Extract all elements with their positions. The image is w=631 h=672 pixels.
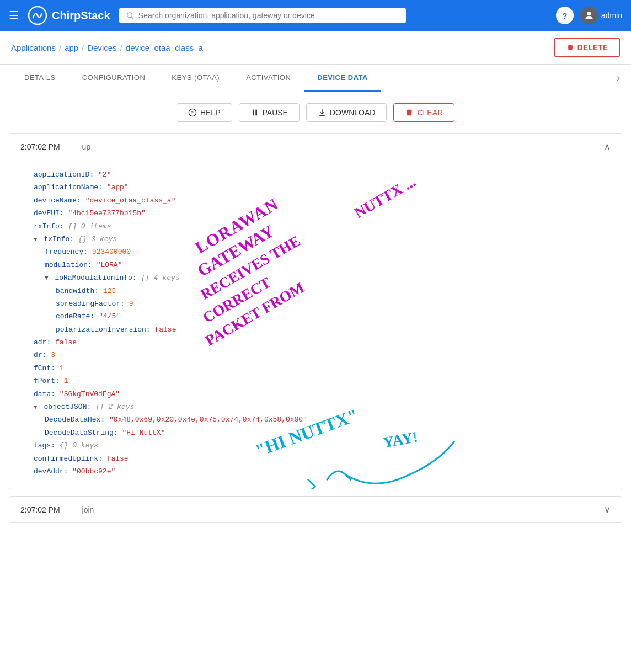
breadcrumb-app[interactable]: app [65,43,78,52]
json-row-bandwidth: bandwidth: 125 [23,285,608,297]
download-button[interactable]: DOWNLOAD [306,103,387,122]
help-button[interactable]: ? HELP [177,103,232,122]
user-menu-btn[interactable]: admin [580,7,622,24]
clear-trash-icon [405,108,414,117]
header-actions: ? admin [556,7,622,24]
svg-rect-7 [255,110,257,116]
json-row-deveui: devEUI: "4bc15ee7377bb15b" [23,207,608,220]
json-row-frequency: frequency: 923400000 [23,246,608,258]
breadcrumb-applications[interactable]: Applications [11,43,56,52]
tabs-bar: DETAILS CONFIGURATION KEYS (OTAA) ACTIVA… [0,65,631,92]
clear-button[interactable]: CLEAR [393,103,454,122]
tab-configuration[interactable]: CONFIGURATION [69,65,159,92]
json-row-fcnt: fCnt: 1 [23,362,608,375]
event-time-1: 2:07:02 PM [20,142,60,151]
svg-line-2 [131,17,133,19]
json-row-tags: tags: {} 0 keys [23,439,608,452]
event-header-join[interactable]: 2:07:02 PM join ∨ [9,497,622,522]
breadcrumb-sep3: / [120,43,122,52]
logo: ChirpStack [28,6,110,25]
collapse-icon-2[interactable]: ∨ [604,504,611,515]
breadcrumb-sep2: / [82,43,84,52]
download-icon [318,108,327,117]
event-type-1: up [82,142,91,151]
tab-keys-otaa[interactable]: KEYS (OTAA) [158,65,233,92]
json-row-polarization: polarizationInversion: false [23,323,608,336]
search-bar[interactable] [119,8,406,23]
tab-activation[interactable]: ACTIVATION [233,65,304,92]
toolbar: ? HELP PAUSE DOWNLOAD CLEAR [0,92,631,133]
json-row-modulation: modulation: "LORA" [23,259,608,271]
logo-text: ChirpStack [52,9,110,22]
json-row-decodehex: DecodeDataHex: "0x48,0x69,0x20,0x4e,0x75… [23,413,608,426]
events-content: 2:07:02 PM up ∧ LORAWAN GATEWAY RECEIVES… [0,133,631,538]
breadcrumb-devices[interactable]: Devices [87,43,116,52]
trash-icon [566,44,574,51]
event-header-join-left: 2:07:02 PM join [20,505,94,514]
svg-point-3 [587,12,591,15]
json-row-confirmeduplink: confirmedUplink: false [23,452,608,465]
event-type-2: join [82,505,94,514]
breadcrumb-bar: Applications / app / Devices / device_ot… [0,31,631,65]
pause-icon [250,108,259,117]
event-card-up: 2:07:02 PM up ∧ LORAWAN GATEWAY RECEIVES… [9,133,622,489]
json-row-decodestring: DecodeDataString: "Hi NuttX" [23,426,608,439]
tab-details[interactable]: DETAILS [11,65,69,92]
json-row-coderate: codeRate: "4/5" [23,310,608,323]
search-icon [126,11,134,20]
json-row-dr: dr: 3 [23,349,608,361]
json-row-appname: applicationName: "app" [23,181,608,194]
help-circle-icon: ? [188,108,197,117]
help-icon-btn[interactable]: ? [556,7,574,24]
collapse-icon-1[interactable]: ∧ [604,141,611,152]
json-row-devname: deviceName: "device_otaa_class_a" [23,194,608,207]
json-row-appid: applicationID: "2" [23,168,608,181]
json-row-sf: spreadingFactor: 9 [23,297,608,310]
breadcrumb-sep1: / [59,43,61,52]
json-row-objectjson: ▼ objectJSON: {} 2 keys [23,401,608,413]
svg-text:?: ? [191,110,194,115]
search-input[interactable] [138,11,399,20]
json-row-loramod: ▼ loRaModulationInfo: {} 4 keys [23,271,608,284]
user-avatar [580,7,598,24]
event-header-up[interactable]: 2:07:02 PM up ∧ [9,134,622,159]
delete-button[interactable]: DELETE [554,38,620,57]
header: ☰ ChirpStack ? admin [0,0,631,31]
json-row-rxinfo: rxInfo: [] 0 items [23,220,608,233]
event-time-2: 2:07:02 PM [20,505,60,514]
tab-device-data[interactable]: DEVICE DATA [304,65,381,92]
username-label: admin [601,11,622,20]
event-card-join: 2:07:02 PM join ∨ [9,496,622,523]
json-row-adr: adr: false [23,336,608,349]
json-tree-1: LORAWAN GATEWAY RECEIVES THE CORRECT PAC… [9,159,622,489]
json-row-data: data: "SGkgTnV0dFgA" [23,388,608,401]
chirpstack-logo-icon [28,6,47,25]
json-row-devaddr: devAddr: "00bbc92e" [23,465,608,478]
event-header-left: 2:07:02 PM up [20,142,90,151]
svg-rect-6 [253,110,254,116]
tabs-more-icon[interactable]: › [617,72,620,84]
pause-button[interactable]: PAUSE [239,103,300,122]
breadcrumb: Applications / app / Devices / device_ot… [11,43,203,52]
json-row-txinfo: ▼ txInfo: {} 3 keys [23,233,608,246]
json-row-fport: fPort: 1 [23,375,608,387]
breadcrumb-device[interactable]: device_otaa_class_a [126,43,203,52]
svg-point-1 [127,13,132,18]
menu-icon[interactable]: ☰ [9,9,19,22]
